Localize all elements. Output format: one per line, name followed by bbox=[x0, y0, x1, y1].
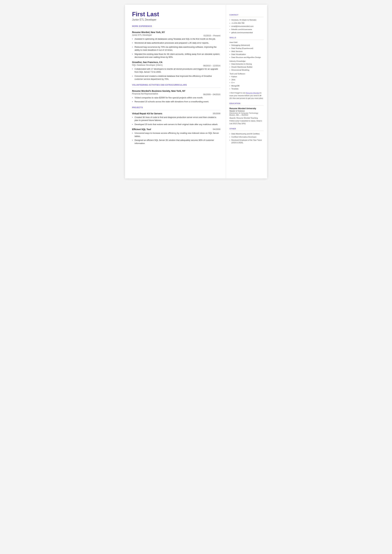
projects-title: PROJECTS bbox=[132, 106, 220, 109]
list-item: Designed an efficient SQL Server 2K solu… bbox=[132, 139, 220, 145]
edu-date: Boston, MA — 05/2010 bbox=[230, 114, 264, 116]
list-item: Python bbox=[230, 75, 264, 78]
job-2-dates: 06/2010 – 12/2014 bbox=[203, 64, 220, 67]
list-item: Teradata bbox=[230, 87, 264, 90]
work-experience-section: WORK EXPERIENCE Resume Worded, New York,… bbox=[132, 25, 220, 81]
job-title: Junior ETL Developer bbox=[132, 18, 220, 21]
list-item: Dimensional Modeling bbox=[230, 69, 264, 71]
education-section: EDUCATION Resume Worded University Maste… bbox=[230, 103, 264, 125]
industry-skills-list: Data Extraction & Storing Oracle Warehou… bbox=[230, 63, 264, 71]
list-item: Data Testing (Experienced) bbox=[230, 47, 264, 49]
list-item: Migrated the existing data flows for 4K … bbox=[132, 53, 220, 59]
edu-program: Electronics & Computer Technology bbox=[230, 112, 264, 114]
list-item: Certified Informatica Developer. bbox=[230, 136, 264, 138]
contact-linkedin: linkedin.com/in/username bbox=[230, 28, 264, 31]
list-item: C++ bbox=[230, 81, 264, 84]
education-divider bbox=[230, 105, 264, 106]
volunteering-title: VOLUNTEERING ACTIVITIES AND EXTRACURRICU… bbox=[132, 84, 220, 86]
volunteer-1-dates: 06/2009 – 04/2010 bbox=[203, 93, 220, 96]
job-1-header: Resume Worded, New York, NY bbox=[132, 31, 220, 34]
contact-location: Honolulu, HI (Open to Remote) bbox=[230, 19, 264, 21]
other-list: Data Warehousing and BI Certified. Certi… bbox=[230, 133, 264, 144]
job-1-role: Junior ETL Developer bbox=[132, 34, 152, 36]
job-2: Growthsi, San Francisco, CA SQL Database… bbox=[132, 61, 220, 81]
skills-divider bbox=[230, 40, 264, 40]
job-1: Resume Worded, New York, NY Junior ETL D… bbox=[132, 31, 220, 59]
promo-text: • Don't forget to use Resume Worded to s… bbox=[230, 91, 264, 100]
other-section: OTHER Data Warehousing and BI Certified.… bbox=[230, 128, 264, 144]
project-1-title: Virtual Repair Kit for Servers bbox=[132, 112, 162, 115]
volunteer-1-company: Resume Worded's Business Society, New Yo… bbox=[132, 90, 186, 92]
other-title: OTHER bbox=[230, 128, 264, 130]
list-item: Java bbox=[230, 78, 264, 81]
promo-link[interactable]: Resume Worded bbox=[246, 92, 259, 94]
left-column: First Last Junior ETL Developer WORK EXP… bbox=[125, 5, 226, 178]
list-item: Web Services bbox=[230, 50, 264, 53]
volunteer-1-header: Resume Worded's Business Society, New Yo… bbox=[132, 90, 220, 92]
projects-section: PROJECTS Virtual Repair Kit for Servers … bbox=[132, 106, 220, 145]
right-column: CONTACT Honolulu, HI (Open to Remote) +1… bbox=[226, 5, 267, 178]
volunteer-1-role-date: Financial Aid Representative 06/2009 – 0… bbox=[132, 92, 220, 96]
contact-title: CONTACT bbox=[230, 14, 264, 16]
job-1-bullets: Assisted in optimizing 18 databases usin… bbox=[132, 37, 220, 59]
list-item: Renovated 15 schools across the state wi… bbox=[132, 100, 220, 103]
list-item: Received Employee of the Year Twice (201… bbox=[230, 139, 264, 144]
contact-divider bbox=[230, 17, 264, 17]
project-1-header: Virtual Repair Kit for Servers 05/2009 bbox=[132, 112, 220, 115]
hard-skill-label: Hard Skill: bbox=[230, 41, 264, 43]
list-item: Data Extraction & Storing bbox=[230, 63, 264, 65]
list-item: Data Visualization bbox=[230, 53, 264, 56]
job-1-company: Resume Worded, New York, NY bbox=[132, 31, 165, 34]
list-item: Monitored all data authentication proces… bbox=[132, 41, 220, 44]
project-2-date: 04/2009 bbox=[213, 128, 220, 131]
list-item: MongoDB bbox=[230, 84, 264, 87]
volunteer-1: Resume Worded's Business Society, New Yo… bbox=[132, 90, 220, 103]
job-2-bullets: Collaborated with 17 developers to rewri… bbox=[132, 67, 220, 81]
contact-email: email@resumeworded.com bbox=[230, 25, 264, 28]
volunteer-1-role: Financial Aid Representative bbox=[132, 92, 158, 95]
name-block: First Last Junior ETL Developer bbox=[132, 11, 220, 21]
projects-divider bbox=[132, 110, 220, 110]
list-item: Conceived and created a relational datab… bbox=[132, 75, 220, 81]
project-1: Virtual Repair Kit for Servers 05/2009 C… bbox=[132, 112, 220, 126]
industry-label: Industry Knowledge: bbox=[230, 60, 264, 62]
contact-phone: +1-234-456-789 bbox=[230, 22, 264, 24]
project-1-date: 05/2009 bbox=[213, 112, 220, 115]
list-item: Reduced bug occurrence by 70% via optimi… bbox=[132, 45, 220, 52]
skills-section: SKILLS Hard Skill: Debugging (Advanced) … bbox=[230, 37, 264, 100]
project-2-title: Efficient SQL Tool bbox=[132, 128, 151, 131]
list-item: Debugging (Advanced) bbox=[230, 44, 264, 46]
full-name: First Last bbox=[132, 11, 220, 18]
project-2: Efficient SQL Tool 04/2009 Uncovered way… bbox=[132, 128, 220, 145]
job-1-dates: 01/2015 – Present bbox=[203, 35, 220, 37]
job-2-company: Growthsi, San Francisco, CA bbox=[132, 61, 162, 63]
work-experience-divider bbox=[132, 28, 220, 29]
contact-list: Honolulu, HI (Open to Remote) +1-234-456… bbox=[230, 19, 264, 34]
work-experience-title: WORK EXPERIENCE bbox=[132, 25, 220, 27]
project-2-bullets: Uncovered ways to increase access effici… bbox=[132, 132, 220, 145]
job-2-header: Growthsi, San Francisco, CA bbox=[132, 61, 220, 63]
education-title: EDUCATION bbox=[230, 103, 264, 104]
volunteering-section: VOLUNTEERING ACTIVITIES AND EXTRACURRICU… bbox=[132, 84, 220, 103]
edu-awards: Awards: Resume Worded Teaching Fellow (o… bbox=[230, 117, 264, 125]
list-item: Visited companies to raise $200K for fiv… bbox=[132, 96, 220, 99]
job-1-role-date: Junior ETL Developer 01/2015 – Present bbox=[132, 34, 220, 37]
hard-skills-list: Debugging (Advanced) Data Testing (Exper… bbox=[230, 44, 264, 58]
list-item: Developed 25 tools that restore web serv… bbox=[132, 123, 220, 126]
job-2-role-date: SQL Database Developer (Intern) 06/2010 … bbox=[132, 64, 220, 67]
tools-list: Python Java C++ MongoDB Teradata bbox=[230, 75, 264, 90]
list-item: Oracle Warehouse Builder bbox=[230, 66, 264, 68]
list-item: Assisted in optimizing 18 databases usin… bbox=[132, 37, 220, 41]
contact-section: CONTACT Honolulu, HI (Open to Remote) +1… bbox=[230, 14, 264, 34]
list-item: Uncovered ways to increase access effici… bbox=[132, 132, 220, 138]
project-1-bullets: Created 3K lines of code to find and dia… bbox=[132, 116, 220, 126]
job-2-role: SQL Database Developer (Intern) bbox=[132, 64, 163, 66]
skills-title: SKILLS bbox=[230, 37, 264, 39]
edu-degree: Master of Science bbox=[230, 110, 264, 112]
contact-github: github.com/resumeworded bbox=[230, 31, 264, 34]
volunteer-1-bullets: Visited companies to raise $200K for fiv… bbox=[132, 96, 220, 103]
resume-page: First Last Junior ETL Developer WORK EXP… bbox=[125, 5, 267, 178]
list-item: Created 3K lines of code to find and dia… bbox=[132, 116, 220, 122]
list-item: Data Structure and Algorithm Design bbox=[230, 56, 264, 59]
project-2-header: Efficient SQL Tool 04/2009 bbox=[132, 128, 220, 131]
